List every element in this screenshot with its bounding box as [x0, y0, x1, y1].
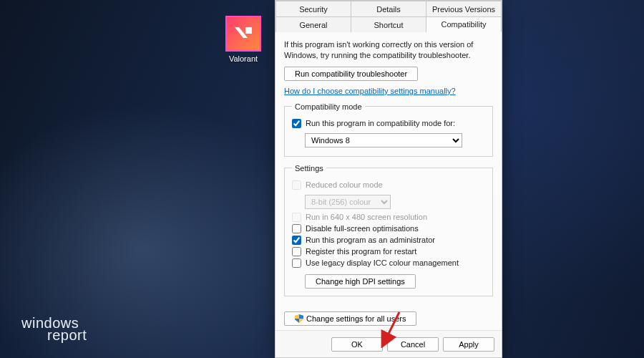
- group-compatibility-mode: Compatibility mode Run this program in c…: [284, 102, 493, 157]
- watermark: windows report: [21, 315, 87, 344]
- cancel-button[interactable]: Cancel: [387, 337, 439, 352]
- select-os-version[interactable]: Windows 8: [305, 133, 462, 147]
- group-settings: Settings Reduced colour mode 8-bit (256)…: [284, 164, 493, 296]
- label-disable-fullscreen: Disable full-screen optimisations: [306, 224, 419, 233]
- checkbox-low-res: [292, 213, 301, 222]
- label-run-admin: Run this program as an administrator: [306, 236, 435, 244]
- checkbox-compat-mode[interactable]: [292, 119, 301, 128]
- tab-security[interactable]: Security: [275, 1, 351, 16]
- valorant-icon: [225, 16, 261, 52]
- label-low-res: Run in 640 x 480 screen resolution: [306, 213, 427, 221]
- checkbox-disable-fullscreen[interactable]: [292, 224, 301, 233]
- run-troubleshooter-button[interactable]: Run compatibility troubleshooter: [284, 67, 418, 81]
- tab-general[interactable]: General: [275, 16, 351, 32]
- ok-button[interactable]: OK: [331, 337, 383, 352]
- desktop-background: Valorant windows report Security Details…: [0, 0, 644, 358]
- properties-dialog: Security Details Previous Versions Gener…: [275, 0, 502, 358]
- shortcut-label: Valorant: [219, 54, 268, 63]
- desktop-shortcut-valorant[interactable]: Valorant: [219, 16, 268, 63]
- intro-text: If this program isn't working correctly …: [284, 39, 493, 61]
- label-compat-mode: Run this program in compatibility mode f…: [306, 119, 455, 127]
- checkbox-legacy-icc[interactable]: [292, 258, 301, 268]
- tabs-row-1: Security Details Previous Versions: [275, 1, 502, 16]
- checkbox-reduced-colour: [292, 180, 301, 190]
- tab-previous-versions[interactable]: Previous Versions: [426, 1, 502, 16]
- checkbox-register-restart[interactable]: [292, 247, 301, 256]
- tab-shortcut[interactable]: Shortcut: [351, 16, 426, 32]
- legend-compat-mode: Compatibility mode: [292, 102, 365, 111]
- label-reduced-colour: Reduced colour mode: [306, 180, 383, 189]
- tab-body-compatibility: If this program isn't working correctly …: [275, 32, 502, 332]
- checkbox-run-admin[interactable]: [292, 236, 301, 245]
- select-colour-depth: 8-bit (256) colour: [305, 195, 391, 209]
- tab-compatibility[interactable]: Compatibility: [426, 16, 502, 32]
- change-dpi-button[interactable]: Change high DPI settings: [305, 274, 416, 289]
- tab-details[interactable]: Details: [351, 1, 426, 16]
- label-register-restart: Register this program for restart: [306, 247, 416, 256]
- manual-settings-link[interactable]: How do I choose compatibility settings m…: [284, 87, 456, 95]
- label-legacy-icc: Use legacy display ICC colour management: [306, 258, 459, 267]
- apply-button[interactable]: Apply: [443, 337, 494, 352]
- change-all-users-button[interactable]: Change settings for all users: [284, 311, 416, 326]
- tabs-row-2: General Shortcut Compatibility: [275, 16, 502, 32]
- legend-settings: Settings: [292, 164, 326, 173]
- dialog-footer: OK Cancel Apply: [275, 330, 502, 357]
- shield-icon: [295, 314, 303, 323]
